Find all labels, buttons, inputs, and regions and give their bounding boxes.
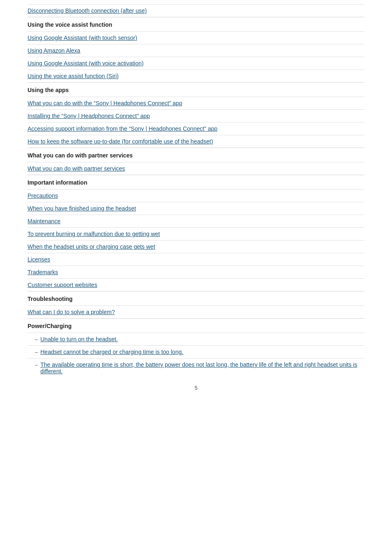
toc-link-row: Installing the “Sony | Headphones Connec… [28, 109, 364, 122]
sub-bullet-icon: – [35, 336, 38, 342]
toc-link[interactable]: Trademarks [28, 269, 58, 275]
toc-link-row: Precautions [28, 189, 364, 202]
toc-link[interactable]: To prevent burning or malfunction due to… [28, 231, 160, 237]
section-header: Power/Charging [28, 318, 364, 333]
toc-link-row: Maintenance [28, 215, 364, 227]
toc-link[interactable]: When you have finished using the headset [28, 205, 136, 212]
page-number: 5 [28, 385, 364, 391]
sub-bullet-icon: – [35, 349, 38, 355]
sub-link[interactable]: The available operating time is short, t… [40, 361, 364, 375]
toc-link[interactable]: Installing the “Sony | Headphones Connec… [28, 113, 150, 119]
sub-link-row: –Headset cannot be charged or charging t… [28, 345, 364, 358]
toc-link-row: What can I do to solve a problem? [28, 305, 364, 318]
section-header: Important information [28, 175, 364, 189]
sub-link-row: –The available operating time is short, … [28, 358, 364, 377]
toc-link[interactable]: How to keep the software up-to-date (for… [28, 138, 213, 145]
toc-link-row: Using the voice assist function (Siri) [28, 69, 364, 82]
page-container: Disconnecting Bluetooth connection (afte… [11, 0, 381, 403]
toc-link-row: Trademarks [28, 266, 364, 278]
toc-link-row: What you can do with the “Sony | Headpho… [28, 97, 364, 109]
sub-link[interactable]: Unable to turn on the headset. [40, 336, 118, 342]
toc-link[interactable]: Maintenance [28, 218, 60, 224]
toc-list: Disconnecting Bluetooth connection (afte… [28, 4, 364, 377]
toc-link-row: Licenses [28, 253, 364, 266]
section-header: What you can do with partner services [28, 148, 364, 162]
toc-link[interactable]: What can I do to solve a problem? [28, 309, 115, 315]
toc-link[interactable]: Precautions [28, 192, 58, 199]
toc-link[interactable]: Using Amazon Alexa [28, 47, 80, 54]
toc-link[interactable]: When the headset units or charging case … [28, 243, 155, 250]
toc-link[interactable]: What you can do with partner services [28, 165, 125, 172]
section-header: Troubleshooting [28, 291, 364, 305]
toc-link[interactable]: What you can do with the “Sony | Headpho… [28, 100, 182, 106]
section-header: Using the apps [28, 82, 364, 97]
toc-link[interactable]: Using Google Assistant (with touch senso… [28, 35, 137, 41]
toc-link-row: Using Google Assistant (with voice activ… [28, 57, 364, 69]
toc-link[interactable]: Using the voice assist function (Siri) [28, 73, 119, 79]
sub-bullet-icon: – [35, 361, 38, 368]
toc-link[interactable]: Licenses [28, 256, 50, 263]
section-header: Using the voice assist function [28, 17, 364, 31]
sub-link-row: –Unable to turn on the headset. [28, 333, 364, 345]
toc-link-row: When you have finished using the headset [28, 202, 364, 215]
toc-link-row: When the headset units or charging case … [28, 240, 364, 253]
toc-link-row: Customer support websites [28, 278, 364, 291]
toc-link-row: What you can do with partner services [28, 162, 364, 175]
toc-link[interactable]: Using Google Assistant (with voice activ… [28, 60, 143, 67]
toc-link[interactable]: Customer support websites [28, 282, 97, 288]
toc-link-row: To prevent burning or malfunction due to… [28, 227, 364, 240]
toc-link-row: Accessing support information from the “… [28, 122, 364, 135]
toc-link-row: How to keep the software up-to-date (for… [28, 135, 364, 148]
toc-link[interactable]: Disconnecting Bluetooth connection (afte… [28, 7, 147, 14]
sub-link[interactable]: Headset cannot be charged or charging ti… [40, 349, 183, 355]
toc-link[interactable]: Accessing support information from the “… [28, 125, 217, 132]
toc-link-row: Disconnecting Bluetooth connection (afte… [28, 4, 364, 17]
toc-link-row: Using Amazon Alexa [28, 44, 364, 57]
toc-link-row: Using Google Assistant (with touch senso… [28, 31, 364, 44]
